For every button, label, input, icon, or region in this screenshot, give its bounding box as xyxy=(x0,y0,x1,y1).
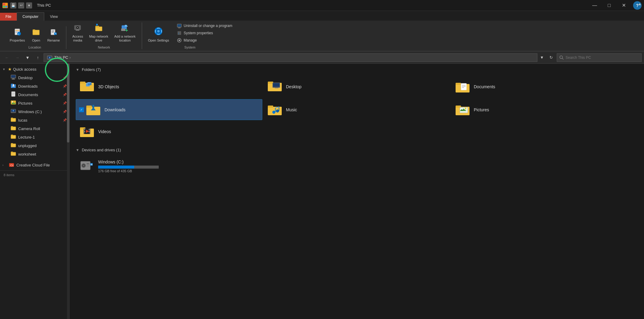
close-button[interactable]: ✕ xyxy=(617,0,631,11)
documents-pin-icon: 📌 xyxy=(63,93,67,97)
ribbon-group-network: Accessmedia ↗ Map networkd xyxy=(66,22,142,49)
drives-title: Devices and drives (1) xyxy=(82,148,121,152)
folder-item-desktop[interactable]: Desktop xyxy=(264,76,450,98)
sidebar-item-documents[interactable]: Documents 📌 xyxy=(0,90,69,99)
minimize-button[interactable]: — xyxy=(588,0,602,11)
sidebar-item-creative-cloud[interactable]: › Cc Creative Cloud File xyxy=(0,161,69,169)
content-area: ▼ Folders (7) xyxy=(70,64,644,319)
forward-button[interactable]: → xyxy=(13,53,22,62)
sidebar-item-lecture[interactable]: Lecture-1 xyxy=(0,133,69,141)
folder-desktop-icon xyxy=(267,79,282,95)
sidebar-item-downloads[interactable]: Downloads 📌 xyxy=(0,82,69,90)
address-path[interactable]: This PC › xyxy=(44,53,537,62)
add-network-button[interactable]: Add a networklocation xyxy=(112,22,138,44)
svg-rect-118 xyxy=(84,129,85,130)
folder-item-music[interactable]: Music xyxy=(264,99,450,120)
folder-item-pictures[interactable]: Pictures xyxy=(451,99,638,120)
uninstall-button[interactable]: Uninstall or change a program xyxy=(175,22,234,29)
svg-rect-119 xyxy=(84,131,85,132)
folder-item-documents[interactable]: Documents xyxy=(451,76,638,98)
access-media-button[interactable]: Accessmedia xyxy=(70,22,85,44)
creative-cloud-chevron: › xyxy=(2,163,7,167)
sidebar-unplugged-label: unplugged xyxy=(18,143,67,148)
rename-label: Rename xyxy=(47,39,60,42)
svg-rect-76 xyxy=(11,152,13,153)
properties-button[interactable]: i Properties xyxy=(7,26,27,44)
sidebar-item-camera-roll[interactable]: Camera Roll xyxy=(0,124,69,133)
tab-file[interactable]: File xyxy=(0,13,17,21)
svg-text:i: i xyxy=(18,33,19,35)
desktop-icon xyxy=(10,74,16,81)
system-props-button[interactable]: i System properties xyxy=(175,30,234,36)
title-bar: 💾 ↩ ▼ This PC ▲ — □ ✕ ? xyxy=(0,0,644,11)
rename-button[interactable]: ✎ Rename xyxy=(45,26,62,44)
svg-point-42 xyxy=(179,40,180,41)
sidebar: ▼ ★ Quick access Desktop 📌 Downloads � xyxy=(0,64,70,319)
folder-3d-name: 3D Objects xyxy=(98,84,119,89)
recent-locations-button[interactable]: ▼ xyxy=(23,53,32,62)
open-button[interactable]: Open xyxy=(28,26,44,44)
address-bar: ← → ▼ ↑ This PC › ▼ ↻ xyxy=(0,52,644,64)
folder-3d-icon xyxy=(79,79,95,95)
sidebar-item-worksheet[interactable]: worksheet xyxy=(0,150,69,158)
manage-button[interactable]: Manage xyxy=(175,37,234,44)
ribbon-expand[interactable]: ▲ xyxy=(636,0,644,8)
svg-rect-39 xyxy=(178,31,181,35)
map-network-button[interactable]: ↗ Map networkdrive xyxy=(87,22,111,44)
sidebar-worksheet-label: worksheet xyxy=(18,152,67,156)
sidebar-item-pictures[interactable]: Pictures 📌 xyxy=(0,99,69,107)
sidebar-lucas-label: lucas xyxy=(18,118,61,123)
folder-item-downloads[interactable]: ✓ Downloads xyxy=(76,99,262,120)
open-settings-button[interactable]: Open Settings xyxy=(146,25,172,44)
quick-undo-icon[interactable]: ↩ xyxy=(18,2,24,8)
folders-section-header[interactable]: ▼ Folders (7) xyxy=(76,67,638,72)
svg-rect-74 xyxy=(11,143,13,144)
quick-save-icon[interactable]: 💾 xyxy=(10,2,16,8)
back-button[interactable]: ← xyxy=(2,53,12,62)
windows-c-icon xyxy=(10,108,16,115)
search-input[interactable] xyxy=(566,55,639,60)
folder-downloads-name: Downloads xyxy=(105,107,125,112)
downloads-checkbox[interactable]: ✓ xyxy=(79,107,84,112)
up-button[interactable]: ↑ xyxy=(33,53,42,62)
sidebar-item-windows-c[interactable]: Windows (C:) 📌 xyxy=(0,107,69,116)
svg-rect-3 xyxy=(5,6,7,8)
quick-dropdown-icon[interactable]: ▼ xyxy=(26,2,32,8)
drives-grid: ⊞ Windows (C:) 176 GB free of 435 GB xyxy=(76,156,638,176)
maximize-button[interactable]: □ xyxy=(602,0,616,11)
svg-rect-6 xyxy=(15,31,19,32)
open-label: Open xyxy=(32,39,40,42)
sidebar-item-lucas[interactable]: lucas 📌 xyxy=(0,116,69,124)
main-layout: ▼ ★ Quick access Desktop 📌 Downloads � xyxy=(0,64,644,319)
sidebar-item-desktop[interactable]: Desktop 📌 xyxy=(0,73,69,82)
svg-rect-49 xyxy=(11,75,15,78)
svg-rect-21 xyxy=(76,30,79,31)
drives-section-header[interactable]: ▼ Devices and drives (1) xyxy=(76,148,638,152)
quick-access-label: Quick access xyxy=(13,67,67,72)
sidebar-quick-access[interactable]: ▼ ★ Quick access xyxy=(0,65,69,73)
svg-point-112 xyxy=(465,108,466,109)
svg-point-35 xyxy=(157,30,160,32)
tab-view[interactable]: View xyxy=(44,12,64,21)
search-box[interactable] xyxy=(557,53,642,62)
refresh-button[interactable]: ↻ xyxy=(546,53,556,62)
svg-rect-53 xyxy=(11,84,13,85)
svg-rect-92 xyxy=(461,83,466,90)
lucas-pin-icon: 📌 xyxy=(63,118,67,122)
pictures-pin-icon: 📌 xyxy=(63,101,67,105)
svg-rect-120 xyxy=(89,129,90,130)
svg-rect-2 xyxy=(3,6,5,8)
sidebar-item-unplugged[interactable]: unplugged xyxy=(0,141,69,150)
svg-point-126 xyxy=(83,165,84,166)
drive-item-windows-c[interactable]: ⊞ Windows (C:) 176 GB free of 435 GB xyxy=(76,156,638,176)
folder-item-3d-objects[interactable]: 3D Objects xyxy=(76,76,262,98)
drive-windows-c-icon: ⊞ xyxy=(79,159,95,173)
folder-downloads-icon xyxy=(86,102,101,117)
open-settings-label: Open Settings xyxy=(148,39,169,42)
folder-item-videos[interactable]: Videos xyxy=(76,121,262,142)
downloads-pin-icon: 📌 xyxy=(63,84,67,88)
map-network-icon: ↗ xyxy=(95,24,103,34)
lecture-folder-icon xyxy=(10,134,16,140)
tab-computer[interactable]: Computer xyxy=(17,12,44,21)
address-dropdown[interactable]: ▼ xyxy=(539,53,545,62)
